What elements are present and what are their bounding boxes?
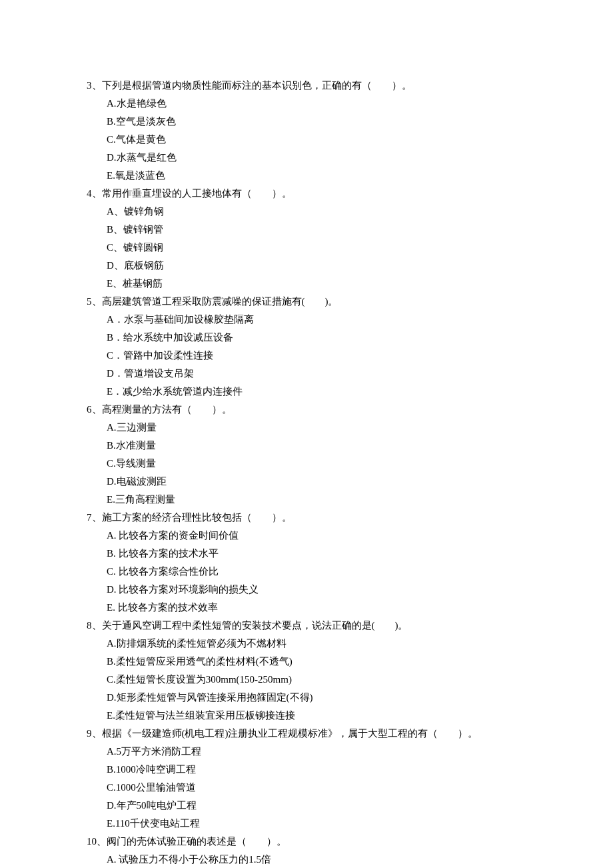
question-text: 阀门的壳体试验正确的表述是（ ）。 — [107, 836, 287, 847]
question-text: 高程测量的方法有（ ）。 — [102, 404, 232, 415]
option: A. 试验压力不得小于公称压力的1.5倍 — [107, 851, 526, 868]
option: D、底板钢筋 — [107, 257, 526, 275]
option: A．水泵与基础间加设橡胶垫隔离 — [107, 311, 526, 329]
option: A.5万平方米消防工程 — [107, 743, 526, 761]
option: B.柔性短管应采用透气的柔性材料(不透气) — [107, 653, 526, 671]
question-text: 施工方案的经济合理性比较包括（ ）。 — [102, 512, 292, 523]
option: B、镀锌钢管 — [107, 221, 526, 239]
options-list: A、镀锌角钢B、镀锌钢管C、镀锌圆钢D、底板钢筋E、桩基钢筋 — [87, 203, 526, 293]
option: E、桩基钢筋 — [107, 275, 526, 293]
option: C、镀锌圆钢 — [107, 239, 526, 257]
question-stem: 3、下列是根据管道内物质性能而标注的基本识别色，正确的有（ ）。 — [87, 77, 526, 95]
option: B. 比较各方案的技术水平 — [107, 545, 526, 563]
question-text: 常用作垂直埋设的人工接地体有（ ）。 — [102, 188, 292, 199]
question-number: 10、 — [87, 836, 107, 847]
option: A、镀锌角钢 — [107, 203, 526, 221]
option: C.导线测量 — [107, 455, 526, 473]
question-stem: 7、施工方案的经济合理性比较包括（ ）。 — [87, 509, 526, 527]
question-text: 下列是根据管道内物质性能而标注的基本识别色，正确的有（ ）。 — [102, 80, 412, 91]
question-number: 3、 — [87, 80, 102, 91]
option: B.水准测量 — [107, 437, 526, 455]
question-number: 8、 — [87, 620, 102, 631]
option: E.氧是淡蓝色 — [107, 167, 526, 185]
option: E.三角高程测量 — [107, 491, 526, 509]
questions-list: 3、下列是根据管道内物质性能而标注的基本识别色，正确的有（ ）。A.水是艳绿色B… — [87, 77, 526, 868]
question: 9、根据《一级建造师(机电工程)注册执业工程规模标准》，属于大型工程的有（ ）。… — [87, 725, 526, 833]
question-text: 关于通风空调工程中柔性短管的安装技术要点，说法正确的是( )。 — [102, 620, 408, 631]
question-text: 根据《一级建造师(机电工程)注册执业工程规模标准》，属于大型工程的有（ ）。 — [102, 728, 478, 739]
options-list: A.三边测量B.水准测量C.导线测量D.电磁波测距E.三角高程测量 — [87, 419, 526, 509]
option: A.三边测量 — [107, 419, 526, 437]
question-number: 9、 — [87, 728, 102, 739]
question-stem: 10、阀门的壳体试验正确的表述是（ ）。 — [87, 833, 526, 851]
options-list: A.5万平方米消防工程B.1000冷吨空调工程C.1000公里输油管道D.年产5… — [87, 743, 526, 833]
question-stem: 8、关于通风空调工程中柔性短管的安装技术要点，说法正确的是( )。 — [87, 617, 526, 635]
options-list: A．水泵与基础间加设橡胶垫隔离B．给水系统中加设减压设备C．管路中加设柔性连接D… — [87, 311, 526, 401]
option: D.电磁波测距 — [107, 473, 526, 491]
question: 4、常用作垂直埋设的人工接地体有（ ）。A、镀锌角钢B、镀锌钢管C、镀锌圆钢D、… — [87, 185, 526, 293]
option: E.110千伏变电站工程 — [107, 815, 526, 833]
question-number: 6、 — [87, 404, 102, 415]
options-list: A.水是艳绿色B.空气是淡灰色C.气体是黄色D.水蒸气是红色E.氧是淡蓝色 — [87, 95, 526, 185]
question-number: 7、 — [87, 512, 102, 523]
option: D.矩形柔性短管与风管连接采用抱箍固定(不得) — [107, 689, 526, 707]
option: B.1000冷吨空调工程 — [107, 761, 526, 779]
option: D.水蒸气是红色 — [107, 149, 526, 167]
option: C．管路中加设柔性连接 — [107, 347, 526, 365]
question: 8、关于通风空调工程中柔性短管的安装技术要点，说法正确的是( )。A.防排烟系统… — [87, 617, 526, 725]
option: B．给水系统中加设减压设备 — [107, 329, 526, 347]
option: B.空气是淡灰色 — [107, 113, 526, 131]
option: A.水是艳绿色 — [107, 95, 526, 113]
question-stem: 6、高程测量的方法有（ ）。 — [87, 401, 526, 419]
option: D. 比较各方案对环境影响的损失义 — [107, 581, 526, 599]
question: 7、施工方案的经济合理性比较包括（ ）。A. 比较各方案的资金时间价值B. 比较… — [87, 509, 526, 617]
question-stem: 5、高层建筑管道工程采取防震减噪的保证措施有( )。 — [87, 293, 526, 311]
question: 3、下列是根据管道内物质性能而标注的基本识别色，正确的有（ ）。A.水是艳绿色B… — [87, 77, 526, 185]
question-number: 4、 — [87, 188, 102, 199]
option: E.柔性短管与法兰组装宜采用压板铆接连接 — [107, 707, 526, 725]
question-text: 高层建筑管道工程采取防震减噪的保证措施有( )。 — [102, 296, 338, 307]
option: E．减少给水系统管道内连接件 — [107, 383, 526, 401]
question-number: 5、 — [87, 296, 102, 307]
document-page: 3、下列是根据管道内物质性能而标注的基本识别色，正确的有（ ）。A.水是艳绿色B… — [0, 0, 613, 868]
option: C. 比较各方案综合性价比 — [107, 563, 526, 581]
question: 5、高层建筑管道工程采取防震减噪的保证措施有( )。A．水泵与基础间加设橡胶垫隔… — [87, 293, 526, 401]
question: 10、阀门的壳体试验正确的表述是（ ）。A. 试验压力不得小于公称压力的1.5倍 — [87, 833, 526, 868]
question-stem: 4、常用作垂直埋设的人工接地体有（ ）。 — [87, 185, 526, 203]
question-stem: 9、根据《一级建造师(机电工程)注册执业工程规模标准》，属于大型工程的有（ ）。 — [87, 725, 526, 743]
option: D．管道增设支吊架 — [107, 365, 526, 383]
option: C.柔性短管长度设置为300mm(150-250mm) — [107, 671, 526, 689]
option: E. 比较各方案的技术效率 — [107, 599, 526, 617]
option: D.年产50吨电炉工程 — [107, 797, 526, 815]
option: C.气体是黄色 — [107, 131, 526, 149]
options-list: A. 试验压力不得小于公称压力的1.5倍 — [87, 851, 526, 868]
options-list: A.防排烟系统的柔性短管必须为不燃材料B.柔性短管应采用透气的柔性材料(不透气)… — [87, 635, 526, 725]
options-list: A. 比较各方案的资金时间价值B. 比较各方案的技术水平C. 比较各方案综合性价… — [87, 527, 526, 617]
question: 6、高程测量的方法有（ ）。A.三边测量B.水准测量C.导线测量D.电磁波测距E… — [87, 401, 526, 509]
option: C.1000公里输油管道 — [107, 779, 526, 797]
option: A.防排烟系统的柔性短管必须为不燃材料 — [107, 635, 526, 653]
option: A. 比较各方案的资金时间价值 — [107, 527, 526, 545]
